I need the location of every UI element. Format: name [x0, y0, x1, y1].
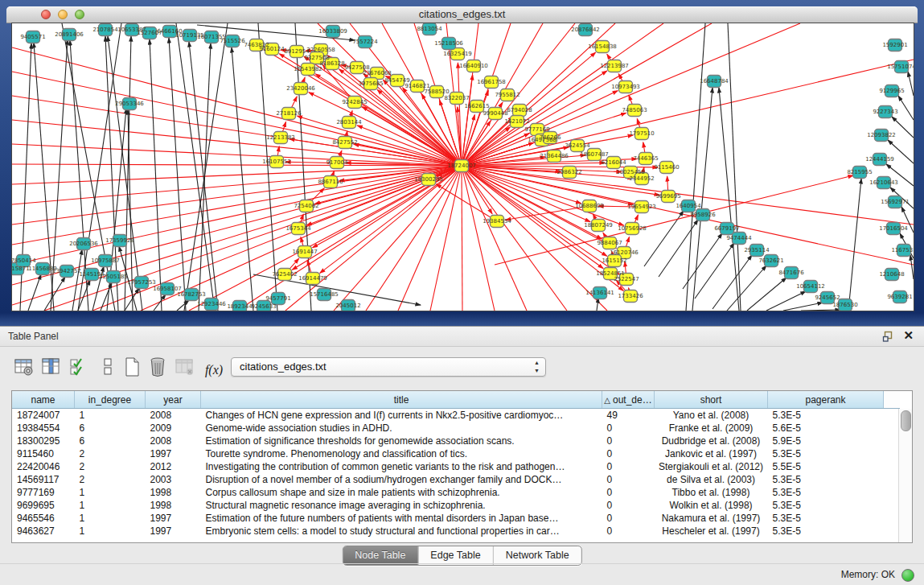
- table-cell[interactable]: Nakamura et al. (1997): [655, 512, 768, 525]
- table-cell[interactable]: 22420046: [12, 460, 75, 473]
- table-row[interactable]: 977716911998Corpus callosum shape and si…: [12, 486, 900, 499]
- table-cell[interactable]: Embryonic stem cells: a model to study s…: [201, 525, 602, 538]
- column-header-pagerank[interactable]: pagerank: [768, 391, 884, 409]
- table-cell[interactable]: 0: [602, 447, 655, 460]
- close-traffic-light[interactable]: [41, 10, 51, 19]
- table-cell[interactable]: 5.3E-5: [768, 447, 884, 460]
- zoom-traffic-light[interactable]: [75, 10, 84, 19]
- table-cell[interactable]: 2: [75, 473, 146, 486]
- graph-edge[interactable]: [597, 298, 598, 311]
- table-cell[interactable]: Structural magnetic resonance image aver…: [201, 499, 602, 512]
- table-cell[interactable]: Stergiakouli et al. (2012): [655, 460, 768, 473]
- table-cell[interactable]: de Silva et al. (2003): [655, 473, 768, 486]
- table-cell[interactable]: 1: [75, 486, 146, 499]
- table-cell[interactable]: 0: [602, 525, 655, 538]
- select-rows-button[interactable]: [66, 355, 92, 381]
- graph-edge[interactable]: [462, 166, 492, 214]
- graph-edge[interactable]: [728, 23, 741, 311]
- table-cell[interactable]: Changes of HCN gene expression and I(f) …: [201, 409, 602, 422]
- graph-edge[interactable]: [154, 295, 166, 311]
- table-scrollbar[interactable]: [898, 409, 912, 542]
- table-cell[interactable]: Tourette syndrome. Phenomenology and cla…: [201, 447, 602, 460]
- table-row[interactable]: 1872400712008Changes of HCN gene express…: [12, 409, 900, 422]
- graph-edge[interactable]: [462, 166, 567, 311]
- table-cell[interactable]: Genome-wide association studies in ADHD.: [201, 422, 602, 435]
- table-cell[interactable]: 0: [602, 512, 655, 525]
- table-settings-button[interactable]: [11, 355, 37, 381]
- graph-edge[interactable]: [848, 179, 861, 311]
- table-cell[interactable]: 9777169: [12, 486, 75, 499]
- table-row[interactable]: 1456911722003Disruption of a novel membe…: [12, 473, 900, 486]
- graph-edge[interactable]: [747, 278, 786, 311]
- table-cell[interactable]: 1997: [146, 525, 201, 538]
- graph-edge[interactable]: [150, 39, 162, 311]
- table-cell[interactable]: 2009: [146, 422, 201, 435]
- table-row[interactable]: 2242004622012Investigating the contribut…: [12, 460, 900, 473]
- table-cell[interactable]: 5.3E-5: [768, 486, 884, 499]
- graph-edge[interactable]: [12, 120, 462, 166]
- graph-edge[interactable]: [727, 266, 766, 311]
- table-cell[interactable]: Franke et al. (2009): [655, 422, 768, 435]
- table-cell[interactable]: Investigating the contribution of common…: [201, 460, 602, 473]
- graph-edge[interactable]: [184, 23, 228, 311]
- graph-edge[interactable]: [695, 243, 734, 299]
- table-cell[interactable]: 1: [75, 499, 146, 512]
- column-header-title[interactable]: title: [201, 391, 602, 409]
- table-cell[interactable]: 5.3E-5: [768, 525, 884, 538]
- table-cell[interactable]: 6: [75, 435, 146, 447]
- table-cell[interactable]: 1: [75, 525, 146, 538]
- table-cell[interactable]: 2: [75, 447, 146, 460]
- graph-edge[interactable]: [462, 166, 527, 311]
- graph-edge[interactable]: [910, 255, 914, 279]
- table-row[interactable]: 1830029562008Estimation of significance …: [12, 435, 900, 447]
- graph-edge[interactable]: [101, 282, 112, 311]
- table-cell[interactable]: Estimation of the future numbers of pati…: [201, 512, 602, 525]
- graph-edge[interactable]: [801, 310, 840, 311]
- table-cell[interactable]: 9115460: [12, 447, 75, 460]
- table-cell[interactable]: 1: [75, 512, 146, 525]
- show-columns-button[interactable]: [39, 355, 64, 381]
- table-cell[interactable]: 5.3E-5: [768, 473, 884, 486]
- table-cell[interactable]: 1998: [146, 486, 201, 499]
- table-cell[interactable]: 5.3E-5: [768, 512, 884, 525]
- graph-edge[interactable]: [462, 23, 663, 166]
- table-cell[interactable]: 1: [75, 409, 146, 422]
- table-cell[interactable]: Wolkin et al. (1998): [655, 499, 768, 512]
- table-cell[interactable]: 19384554: [12, 422, 75, 435]
- table-cell[interactable]: Yano et al. (2008): [655, 409, 768, 422]
- graph-edge[interactable]: [306, 166, 462, 225]
- graph-edge[interactable]: [659, 220, 698, 277]
- table-cell[interactable]: 2: [75, 460, 146, 473]
- table-cell[interactable]: 2008: [146, 409, 201, 422]
- network-window-titlebar[interactable]: citations_edges.txt: [6, 6, 918, 23]
- table-row[interactable]: 911546021997Tourette syndrome. Phenomeno…: [12, 447, 900, 460]
- graph-edge[interactable]: [72, 249, 82, 311]
- table-row[interactable]: 946554611997Estimation of the future num…: [12, 512, 900, 525]
- graph-edge[interactable]: [898, 96, 914, 120]
- table-cell[interactable]: 18300295: [12, 435, 75, 447]
- table-cell[interactable]: 9699695: [12, 499, 75, 512]
- graph-edge[interactable]: [177, 300, 189, 311]
- table-row[interactable]: 1938455462009Genome-wide association stu…: [12, 422, 900, 435]
- table-cell[interactable]: Corpus callosum shape and size in male p…: [201, 486, 602, 499]
- table-cell[interactable]: Dudbridge et al. (2008): [655, 435, 768, 447]
- tab-edge-table[interactable]: Edge Table: [418, 546, 493, 565]
- graph-edge[interactable]: [462, 166, 462, 311]
- tab-node-table[interactable]: Node Table: [343, 546, 418, 565]
- table-cell[interactable]: Jankovic et al. (1997): [655, 447, 768, 460]
- graph-edge[interactable]: [686, 23, 705, 311]
- table-cell[interactable]: 9463627: [12, 525, 75, 538]
- table-cell[interactable]: 5.3E-5: [768, 409, 884, 422]
- table-row[interactable]: 946362711997Embryonic stem cells: a mode…: [12, 525, 900, 538]
- table-cell[interactable]: 1997: [146, 447, 201, 460]
- graph-edge[interactable]: [176, 23, 215, 311]
- graph-edge[interactable]: [12, 166, 462, 305]
- graph-edge[interactable]: [237, 166, 462, 311]
- table-cell[interactable]: 5.3E-5: [768, 499, 884, 512]
- graph-edge[interactable]: [683, 233, 722, 289]
- graph-edge[interactable]: [766, 291, 806, 311]
- table-row[interactable]: 969969511998Structural magnetic resonanc…: [12, 499, 900, 512]
- table-cell[interactable]: 5.5E-5: [768, 460, 884, 473]
- graph-edge[interactable]: [462, 166, 607, 311]
- table-cell[interactable]: 5.9E-5: [768, 435, 884, 447]
